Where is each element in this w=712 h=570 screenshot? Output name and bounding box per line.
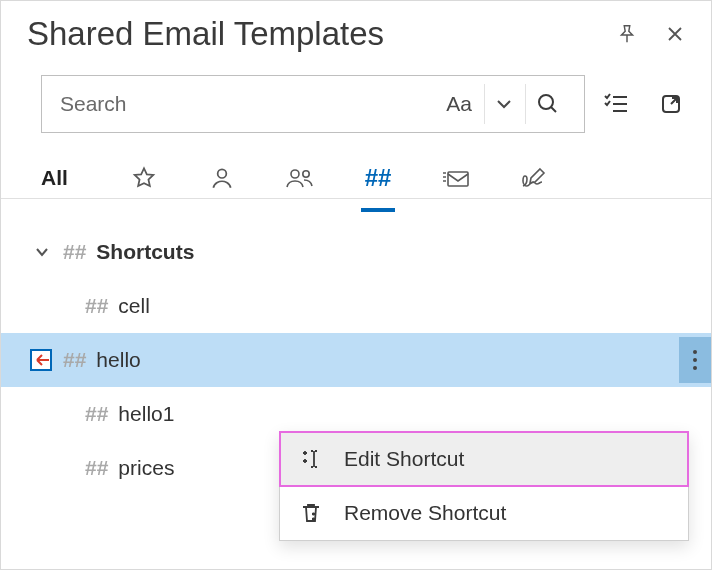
folder-row-shortcuts[interactable]: ## Shortcuts <box>1 225 711 279</box>
svg-point-3 <box>291 170 299 178</box>
item-label: cell <box>118 294 150 318</box>
folder-label: Shortcuts <box>96 240 194 264</box>
chevron-down-icon[interactable] <box>31 241 53 263</box>
open-external-icon[interactable] <box>657 90 685 118</box>
item-label: hello <box>96 348 140 372</box>
list-item-selected[interactable]: ## hello <box>1 333 711 387</box>
item-label: prices <box>118 456 174 480</box>
tab-all[interactable]: All <box>41 145 105 211</box>
insert-icon <box>29 348 53 372</box>
pin-icon[interactable] <box>613 20 641 48</box>
search-row: Aa <box>1 59 711 133</box>
hash-icon: ## <box>85 456 108 480</box>
menu-item-label: Remove Shortcut <box>344 501 506 525</box>
svg-point-7 <box>693 350 697 354</box>
header-actions <box>613 20 689 48</box>
search-input[interactable] <box>58 91 436 117</box>
search-icon[interactable] <box>525 84 570 124</box>
search-scope-dropdown[interactable] <box>484 84 523 124</box>
panel-title: Shared Email Templates <box>27 15 613 53</box>
tab-shortcuts[interactable]: ## <box>339 145 417 211</box>
tab-team[interactable] <box>261 145 339 211</box>
list-item[interactable]: ## cell <box>1 279 711 333</box>
context-menu: Edit Shortcut Remove Shortcut <box>279 431 689 541</box>
header: Shared Email Templates <box>1 1 711 59</box>
remove-shortcut-icon <box>298 500 324 526</box>
match-case-toggle[interactable]: Aa <box>436 84 482 124</box>
menu-item-remove-shortcut[interactable]: Remove Shortcut <box>280 486 688 540</box>
panel-root: Shared Email Templates Aa <box>0 0 712 570</box>
menu-item-edit-shortcut[interactable]: Edit Shortcut <box>280 432 688 486</box>
hash-icon: ## <box>85 294 108 318</box>
hash-icon: ## <box>63 240 86 264</box>
svg-point-0 <box>539 95 553 109</box>
search-adornments: Aa <box>436 84 570 124</box>
svg-rect-5 <box>448 172 468 186</box>
hash-icon: ## <box>365 164 392 192</box>
hash-icon: ## <box>63 348 86 372</box>
tab-signatures[interactable] <box>495 145 573 211</box>
edit-shortcut-icon <box>298 446 324 472</box>
svg-point-9 <box>693 366 697 370</box>
toolbar-right <box>603 90 685 118</box>
search-box: Aa <box>41 75 585 133</box>
more-button[interactable] <box>679 337 711 383</box>
tab-personal[interactable] <box>183 145 261 211</box>
tasklist-icon[interactable] <box>603 90 631 118</box>
svg-point-8 <box>693 358 697 362</box>
tab-favorites[interactable] <box>105 145 183 211</box>
filter-tabs: All ## <box>1 133 711 199</box>
close-icon[interactable] <box>661 20 689 48</box>
svg-point-2 <box>218 169 227 178</box>
tab-mail-templates[interactable] <box>417 145 495 211</box>
item-label: hello1 <box>118 402 174 426</box>
menu-item-label: Edit Shortcut <box>344 447 464 471</box>
hash-icon: ## <box>85 402 108 426</box>
svg-point-4 <box>303 170 309 176</box>
